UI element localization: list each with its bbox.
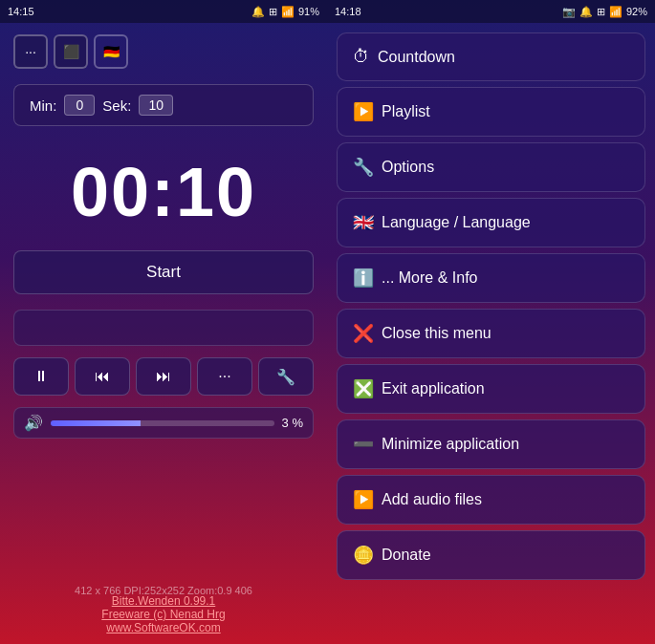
screen-icon-btn: ⬛ — [63, 44, 79, 59]
menu-more-info[interactable]: ℹ️... More & Info — [337, 253, 645, 303]
settings-icon: 🔧 — [276, 368, 295, 386]
more-button[interactable]: ··· — [13, 34, 48, 69]
prev-icon: ⏮ — [95, 368, 110, 385]
volume-icon: 🔊 — [24, 414, 43, 432]
menu-minimize[interactable]: ➖Minimize application — [337, 419, 645, 469]
signal-icon: 📶 — [281, 6, 295, 18]
footer-line1[interactable]: Bitte.Wenden 0.99.1 — [0, 594, 327, 608]
menu-close[interactable]: ❌Close this menu — [337, 309, 645, 358]
menu-exit-label: Exit application — [382, 380, 485, 397]
right-panel: 14:18 📷 🔔 ⊞ 📶 92% ⏱Countdown▶️Playlist🔧O… — [327, 0, 655, 644]
more-icon: ··· — [25, 44, 36, 59]
menu-donate-icon: 🪙 — [353, 545, 374, 566]
controls-row: ⏸ ⏮ ⏭ ··· 🔧 — [13, 357, 314, 396]
menu-more-info-label: ... More & Info — [382, 269, 477, 287]
min-input[interactable] — [64, 95, 95, 116]
next-button[interactable]: ⏭ — [136, 357, 191, 396]
left-status-bar: 14:15 🔔 ⊞ 📶 91% — [0, 0, 327, 23]
menu-close-label: Close this menu — [382, 325, 491, 342]
menu-donate[interactable]: 🪙Donate — [337, 530, 645, 580]
menu-list: ⏱Countdown▶️Playlist🔧Options🇬🇧Language /… — [327, 23, 655, 644]
volume-pct: 3 % — [282, 416, 303, 430]
footer-line3[interactable]: www.SoftwareOK.com — [0, 621, 327, 634]
volume-row: 🔊 3 % — [13, 407, 314, 439]
menu-language-label: Language / Language — [382, 214, 531, 231]
sek-label: Sek: — [102, 97, 131, 114]
menu-options[interactable]: 🔧Options — [337, 142, 645, 192]
menu-more-info-icon: ℹ️ — [353, 268, 374, 289]
menu-add-audio-icon: ▶️ — [353, 489, 374, 510]
menu-exit[interactable]: ❎Exit application — [337, 364, 645, 414]
menu-countdown-icon: ⏱ — [353, 47, 370, 67]
menu-language-icon: 🇬🇧 — [353, 212, 374, 233]
big-timer: 00:10 — [0, 134, 327, 241]
menu-donate-label: Donate — [382, 547, 431, 564]
prev-button[interactable]: ⏮ — [75, 357, 130, 396]
sek-input[interactable] — [139, 95, 173, 116]
menu-options-label: Options — [382, 159, 434, 176]
menu-add-audio[interactable]: ▶️Add audio files — [337, 475, 645, 525]
menu-minimize-icon: ➖ — [353, 434, 374, 455]
menu-language[interactable]: 🇬🇧Language / Language — [337, 198, 645, 247]
notif-icon: 🔔 — [579, 6, 593, 18]
ctrl-more-button[interactable]: ··· — [197, 357, 252, 396]
menu-add-audio-label: Add audio files — [382, 491, 482, 508]
right-status-icons: 📷 🔔 ⊞ 📶 92% — [562, 6, 647, 18]
pause-icon: ⏸ — [33, 368, 49, 385]
next-icon: ⏭ — [156, 368, 171, 385]
camera-icon: 📷 — [562, 6, 576, 18]
left-time: 14:15 — [8, 6, 34, 17]
screen-icon: ⊞ — [269, 6, 277, 18]
menu-playlist[interactable]: ▶️Playlist — [337, 87, 645, 137]
notification-icon: 🔔 — [251, 6, 265, 18]
menu-playlist-label: Playlist — [382, 103, 430, 120]
settings-button[interactable]: 🔧 — [258, 357, 314, 396]
right-status-bar: 14:18 📷 🔔 ⊞ 📶 92% — [327, 0, 655, 23]
left-status-icons: 🔔 ⊞ 📶 91% — [251, 6, 319, 18]
left-panel: 14:15 🔔 ⊞ 📶 91% ··· ⬛ 🇩🇪 Min: Sek: 00:10… — [0, 0, 327, 644]
battery-right: 92% — [626, 6, 647, 17]
right-time: 14:18 — [335, 6, 361, 17]
min-sek-row: Min: Sek: — [13, 84, 314, 126]
top-buttons-row: ··· ⬛ 🇩🇪 — [0, 23, 327, 76]
battery-left: 91% — [298, 6, 319, 17]
menu-countdown-label: Countdown — [378, 49, 455, 66]
menu-close-icon: ❌ — [353, 323, 374, 344]
menu-minimize-label: Minimize application — [382, 436, 519, 453]
menu-exit-icon: ❎ — [353, 378, 374, 399]
volume-slider[interactable] — [51, 420, 274, 426]
menu-options-icon: 🔧 — [353, 157, 374, 178]
menu-countdown[interactable]: ⏱Countdown — [337, 32, 645, 81]
signal2-icon: 📶 — [609, 6, 622, 18]
footer-line2[interactable]: Freeware (c) Nenad Hrg — [0, 608, 327, 621]
footer-links: Bitte.Wenden 0.99.1 Freeware (c) Nenad H… — [0, 594, 327, 634]
flag-button[interactable]: 🇩🇪 — [94, 34, 128, 69]
menu-playlist-icon: ▶️ — [353, 101, 374, 122]
min-label: Min: — [30, 97, 56, 114]
ctrl-more-icon: ··· — [218, 368, 230, 385]
start-button[interactable]: Start — [13, 250, 314, 294]
screen2-icon: ⊞ — [597, 6, 605, 18]
flag-icon: 🇩🇪 — [103, 44, 120, 59]
empty-bar — [13, 310, 314, 346]
pause-button[interactable]: ⏸ — [13, 357, 69, 396]
screen-button[interactable]: ⬛ — [54, 34, 88, 69]
